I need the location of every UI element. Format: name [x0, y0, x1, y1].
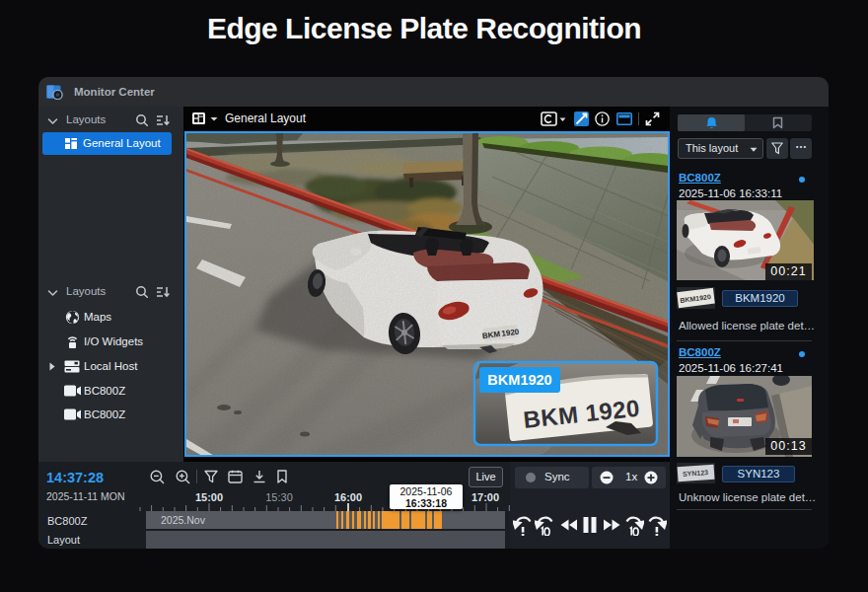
- svg-text:BKM1920: BKM1920: [487, 372, 551, 388]
